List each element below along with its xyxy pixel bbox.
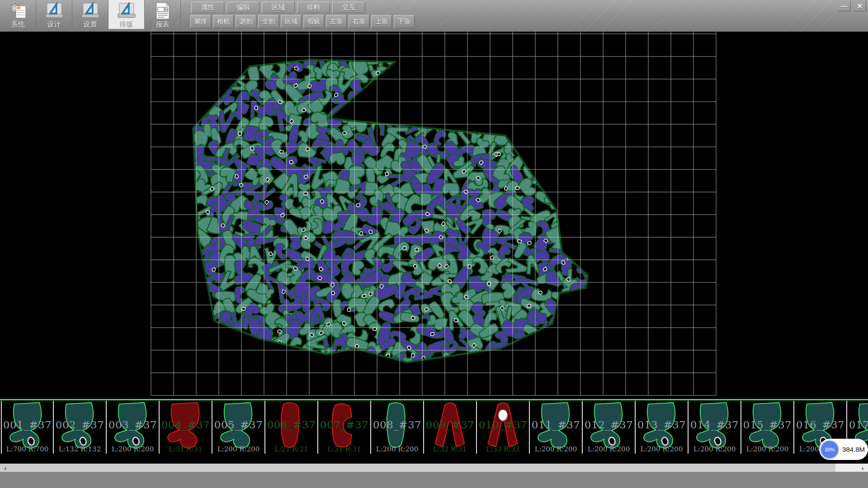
piece-lr-count: L:31 R:31 <box>160 445 212 453</box>
piece-id-label: 015_#37 <box>741 419 793 431</box>
menu-tab-5[interactable]: 交互 <box>332 2 365 13</box>
nesting-canvas[interactable] <box>0 32 868 399</box>
piece-lr-count: L:200 R:200 <box>371 445 423 453</box>
ruler-icon <box>44 1 64 20</box>
report-icon <box>153 1 173 20</box>
main-tab-label: 设置 <box>84 20 97 29</box>
piece-id-label: 003_#37 <box>107 419 159 431</box>
memory-usage-badge[interactable]: 38% 384.8M <box>819 439 868 460</box>
piece-id-label: 006_#37 <box>265 419 317 431</box>
piece-lr-count: L:31 R:31 <box>318 445 370 453</box>
piece-id-label: 013_#37 <box>636 419 688 431</box>
piece-thumbnail-12[interactable]: 012_#37L:200 R:200 <box>583 401 636 454</box>
piece-thumbnail-5[interactable]: 005_#37L:200 R:200 <box>212 401 265 454</box>
piece-id-label: 007_#37 <box>318 419 370 431</box>
minimize-button[interactable]: — <box>838 1 851 11</box>
piece-lr-count: L:32 R:31 <box>424 445 476 453</box>
menu-tab-row: 属性编辑区域排料交互 <box>191 2 365 13</box>
horizontal-scrollbar[interactable]: ‹ › <box>0 464 868 472</box>
piece-lr-count: L:200 R:200 <box>689 445 741 453</box>
scrollbar-thumb[interactable] <box>0 464 835 472</box>
piece-thumbnail-2[interactable]: 002_#37L:132 R:132 <box>54 401 107 454</box>
piece-lr-count: L:33 R:33 <box>477 445 529 453</box>
piece-lr-count: L:700 R:700 <box>2 445 53 453</box>
piece-strip: 001_#37L:700 R:700002_#37L:132 R:132003_… <box>0 399 868 464</box>
tool-button-2[interactable]: 相机 <box>213 15 234 28</box>
piece-id-label: 016_#37 <box>794 419 846 431</box>
main-tab-4[interactable]: 排版 <box>108 0 145 29</box>
tool-button-9[interactable]: 上靠 <box>371 15 392 28</box>
piece-thumbnail-13[interactable]: 013_#37L:200 R:200 <box>636 401 689 454</box>
piece-id-label: 004_#37 <box>160 419 212 431</box>
piece-lr-count: L:21 R:21 <box>265 445 317 453</box>
toolbar: 系统设计设置排版报表 属性编辑区域排料交互 聚排相机选割全割区域瑕疵左靠右靠上靠… <box>0 0 868 32</box>
tool-button-4[interactable]: 全割 <box>258 15 279 28</box>
piece-thumbnail-15[interactable]: 015_#37L:200 R:200 <box>741 401 794 454</box>
memory-size-label: 384.8M <box>842 446 865 453</box>
main-tab-label: 系统 <box>11 20 25 29</box>
piece-lr-count: L:132 R:132 <box>54 445 106 453</box>
ruler-icon <box>80 1 100 20</box>
piece-thumbnail-8[interactable]: 008_#37L:200 R:200 <box>371 401 424 454</box>
close-button[interactable]: ✕ <box>853 1 866 11</box>
piece-thumbnail-14[interactable]: 014_#37L:200 R:200 <box>689 401 741 454</box>
piece-id-label: 002_#37 <box>54 419 106 431</box>
tool-button-8[interactable]: 右靠 <box>349 15 369 28</box>
piece-id-label: 014_#37 <box>689 419 741 431</box>
hide-nesting-svg <box>0 32 868 399</box>
piece-thumbnail-11[interactable]: 011_#37L:200 R:200 <box>530 401 583 454</box>
main-tab-3[interactable]: 设置 <box>72 0 108 29</box>
piece-id-label: 009_#37 <box>424 419 476 431</box>
piece-id-label: 001_#37 <box>2 419 53 431</box>
piece-thumbnail-1[interactable]: 001_#37L:700 R:700 <box>1 401 54 454</box>
piece-thumbnail-4[interactable]: 004_#37L:31 R:31 <box>160 401 212 454</box>
piece-id-label: 005_#37 <box>212 419 264 431</box>
piece-thumbnail-7[interactable]: 007_#37L:31 R:31 <box>318 401 371 454</box>
piece-thumbnail-3[interactable]: 003_#37L:200 R:200 <box>107 401 160 454</box>
piece-id-label: 011_#37 <box>530 419 582 431</box>
tool-button-row: 聚排相机选割全割区域瑕疵左靠右靠上靠下靠 <box>190 15 415 28</box>
ruler-icon <box>117 1 137 20</box>
menu-tab-4[interactable]: 排料 <box>297 2 330 13</box>
scroll-right-arrow-icon[interactable]: › <box>858 464 867 472</box>
tool-button-3[interactable]: 选割 <box>236 15 256 28</box>
tool-button-5[interactable]: 区域 <box>281 15 302 28</box>
status-bar <box>0 472 868 488</box>
tool-button-6[interactable]: 瑕疵 <box>303 15 324 28</box>
tool-button-1[interactable]: 聚排 <box>190 15 211 28</box>
main-tab-2[interactable]: 设计 <box>36 0 72 29</box>
main-tab-label: 设计 <box>47 20 61 29</box>
piece-id-label: 012_#37 <box>583 419 635 431</box>
nested-pieces-group <box>178 44 596 374</box>
piece-thumbnail-9[interactable]: 009_#37L:32 R:31 <box>424 401 477 454</box>
menu-tab-3[interactable]: 区域 <box>262 2 295 13</box>
piece-lr-count: L:200 R:200 <box>583 445 635 453</box>
menu-tab-1[interactable]: 属性 <box>191 2 224 13</box>
piece-id-label: 008_#37 <box>371 419 423 431</box>
piece-lr-count: L:200 R:200 <box>530 445 582 453</box>
piece-thumbnail-6[interactable]: 006_#37L:21 R:21 <box>265 401 318 454</box>
piece-thumbnail-10[interactable]: 010_#37L:33 R:33 <box>477 401 530 454</box>
main-mode-tabs: 系统设计设置排版报表 <box>0 0 181 29</box>
piece-lr-count: L:200 R:200 <box>636 445 688 453</box>
main-tab-1[interactable]: 系统 <box>0 0 36 29</box>
strip-accent-line <box>0 399 868 400</box>
piece-strip-row: 001_#37L:700 R:700002_#37L:132 R:132003_… <box>1 401 868 454</box>
window-controls: — ✕ <box>838 1 866 11</box>
piece-id-label: 017_#37 <box>847 419 868 431</box>
piece-id-label: 010_#37 <box>477 419 529 431</box>
application-window: { "window": { "minimize": "—", "close": … <box>0 0 868 488</box>
main-tab-label: 报表 <box>156 20 170 29</box>
piece-lr-count: L:200 R:200 <box>212 445 264 453</box>
tool-button-10[interactable]: 下靠 <box>394 15 415 28</box>
scroll-left-arrow-icon[interactable]: ‹ <box>1 464 10 472</box>
percent-circle: 38% <box>820 440 839 459</box>
main-tab-5[interactable]: 报表 <box>145 0 181 29</box>
main-tab-label: 排版 <box>120 20 133 29</box>
tool-button-7[interactable]: 左靠 <box>326 15 347 28</box>
system-icon <box>8 1 28 20</box>
piece-lr-count: L:200 R:200 <box>741 445 793 453</box>
piece-lr-count: L:200 R:200 <box>107 445 159 453</box>
menu-tab-2[interactable]: 编辑 <box>226 2 259 13</box>
